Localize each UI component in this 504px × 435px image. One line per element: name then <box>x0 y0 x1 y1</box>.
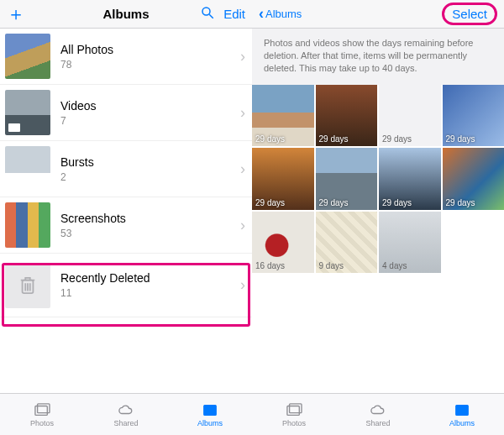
chevron-right-icon: › <box>240 48 245 66</box>
photo-cell[interactable]: 4 days <box>379 212 441 274</box>
tab-shared[interactable]: Shared <box>84 394 168 435</box>
days-remaining: 29 days <box>446 134 475 144</box>
photo-cell[interactable]: 29 days <box>379 85 441 147</box>
tab-label: Shared <box>113 419 138 427</box>
tab-photos[interactable]: Photos <box>0 394 84 435</box>
album-row-screenshots[interactable]: Screenshots 53 › <box>0 197 252 254</box>
svg-line-1 <box>209 14 213 18</box>
chevron-left-icon: ‹ <box>259 5 264 23</box>
tab-label: Photos <box>30 419 54 427</box>
photo-cell[interactable]: 16 days <box>252 212 314 274</box>
annotation-highlight-select: Select <box>442 3 497 25</box>
deleted-navbar: ‹ Albums Select <box>252 0 504 29</box>
albums-navbar: ＋ Albums Edit <box>0 0 252 29</box>
days-remaining: 29 days <box>382 134 412 144</box>
album-thumb <box>5 90 50 135</box>
tab-bar-right: Photos Shared Albums <box>252 393 504 435</box>
svg-rect-11 <box>456 405 468 415</box>
album-name: Videos <box>60 99 97 113</box>
album-thumb <box>5 34 50 79</box>
album-name: Bursts <box>60 155 94 169</box>
album-row-bursts[interactable]: Bursts 2 › <box>0 141 252 197</box>
back-button[interactable]: ‹ Albums <box>259 5 302 23</box>
tab-label: Albums <box>449 419 475 427</box>
photo-cell[interactable]: 29 days <box>379 148 441 210</box>
album-thumb <box>5 146 50 191</box>
photo-cell[interactable]: 29 days <box>443 148 505 210</box>
search-icon[interactable] <box>200 5 215 23</box>
deletion-info-banner: Photos and videos show the days remainin… <box>252 29 504 85</box>
album-row-videos[interactable]: Videos 7 › <box>0 85 252 141</box>
album-name: All Photos <box>60 43 113 56</box>
tab-label: Albums <box>197 419 223 427</box>
cloud-icon <box>369 402 387 417</box>
tab-label: Shared <box>365 419 390 427</box>
tab-label: Photos <box>282 419 306 427</box>
tab-shared[interactable]: Shared <box>336 394 420 435</box>
album-thumb <box>5 202 50 248</box>
albums-icon <box>453 402 471 417</box>
tab-albums[interactable]: Albums <box>420 394 504 435</box>
album-count: 2 <box>60 171 94 183</box>
days-remaining: 29 days <box>319 134 349 144</box>
tab-photos[interactable]: Photos <box>252 394 336 435</box>
annotation-highlight-recently-deleted <box>2 263 250 327</box>
album-count: 53 <box>60 228 126 239</box>
cloud-icon <box>117 402 135 417</box>
tab-bar-left: Photos Shared Albums <box>0 393 252 435</box>
days-remaining: 29 days <box>255 134 285 144</box>
photos-stack-icon <box>285 402 303 417</box>
album-count: 7 <box>60 115 97 127</box>
album-row-all-photos[interactable]: All Photos 78 › <box>0 29 252 85</box>
album-name: Screenshots <box>60 212 126 225</box>
days-remaining: 9 days <box>319 261 344 270</box>
back-label: Albums <box>265 8 302 20</box>
album-count: 78 <box>60 59 113 71</box>
select-button[interactable]: Select <box>452 7 487 21</box>
days-remaining: 16 days <box>255 261 285 270</box>
photo-cell[interactable]: 9 days <box>316 212 378 274</box>
days-remaining: 4 days <box>382 261 407 270</box>
days-remaining: 29 days <box>255 198 285 207</box>
add-album-button[interactable]: ＋ <box>7 5 25 24</box>
svg-point-0 <box>202 8 210 15</box>
days-remaining: 29 days <box>446 198 475 207</box>
albums-icon <box>201 402 219 417</box>
photo-cell[interactable]: 29 days <box>252 148 314 210</box>
chevron-right-icon: › <box>240 104 245 122</box>
albums-list: All Photos 78 › Videos 7 › Bursts 2 <box>0 29 252 393</box>
chevron-right-icon: › <box>240 160 245 178</box>
days-remaining: 29 days <box>319 198 349 207</box>
photo-cell[interactable]: 29 days <box>252 85 314 147</box>
deleted-photos-grid: 29 days 29 days 29 days 29 days 29 days … <box>252 85 504 274</box>
photo-cell[interactable]: 29 days <box>316 85 378 147</box>
svg-rect-8 <box>204 405 216 415</box>
photo-cell[interactable]: 29 days <box>316 148 378 210</box>
tab-albums[interactable]: Albums <box>168 394 252 435</box>
chevron-right-icon: › <box>240 217 245 234</box>
photo-cell[interactable]: 29 days <box>443 85 505 147</box>
edit-button[interactable]: Edit <box>223 7 245 21</box>
photos-stack-icon <box>33 402 51 417</box>
days-remaining: 29 days <box>382 198 412 207</box>
